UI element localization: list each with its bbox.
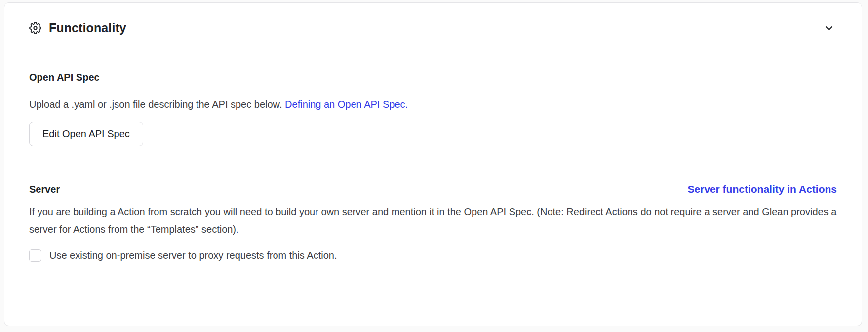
server-functionality-link[interactable]: Server functionality in Actions: [687, 183, 837, 195]
functionality-card-body: Open API Spec Upload a .yaml or .json fi…: [4, 71, 862, 262]
functionality-section-header[interactable]: Functionality: [4, 3, 862, 53]
on-premise-checkbox-row: Use existing on-premise server to proxy …: [29, 249, 837, 262]
open-api-spec-description-text: Upload a .yaml or .json file describing …: [29, 99, 285, 110]
chevron-down-icon[interactable]: [823, 22, 835, 34]
defining-open-api-spec-link[interactable]: Defining an Open API Spec.: [285, 99, 408, 110]
functionality-card: Functionality Open API Spec Upload a .ya…: [4, 2, 862, 326]
on-premise-server-checkbox[interactable]: [29, 249, 41, 262]
open-api-spec-heading: Open API Spec: [29, 71, 837, 83]
server-description: If you are building a Action from scratc…: [29, 204, 837, 238]
section-title: Functionality: [49, 21, 126, 35]
gear-icon: [29, 22, 41, 34]
server-heading: Server: [29, 183, 60, 195]
on-premise-checkbox-label: Use existing on-premise server to proxy …: [49, 250, 337, 261]
server-heading-row: Server Server functionality in Actions: [29, 183, 837, 195]
edit-open-api-spec-button[interactable]: Edit Open API Spec: [29, 122, 143, 146]
open-api-spec-description: Upload a .yaml or .json file describing …: [29, 97, 837, 111]
